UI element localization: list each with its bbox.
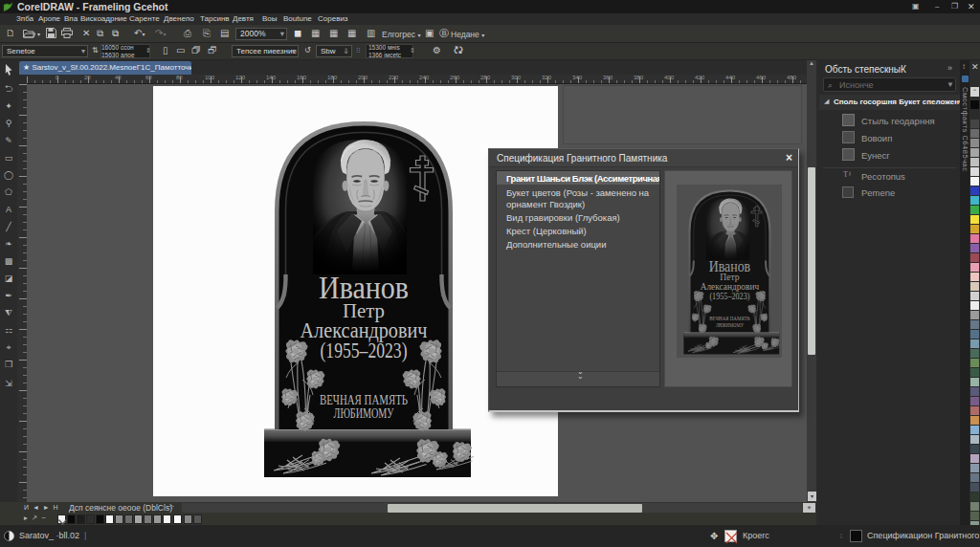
svg-text:(1955–2023): (1955–2023) [321, 338, 408, 362]
svg-text:ЛЮБИМОМУ: ЛЮБИМОМУ [334, 405, 395, 421]
